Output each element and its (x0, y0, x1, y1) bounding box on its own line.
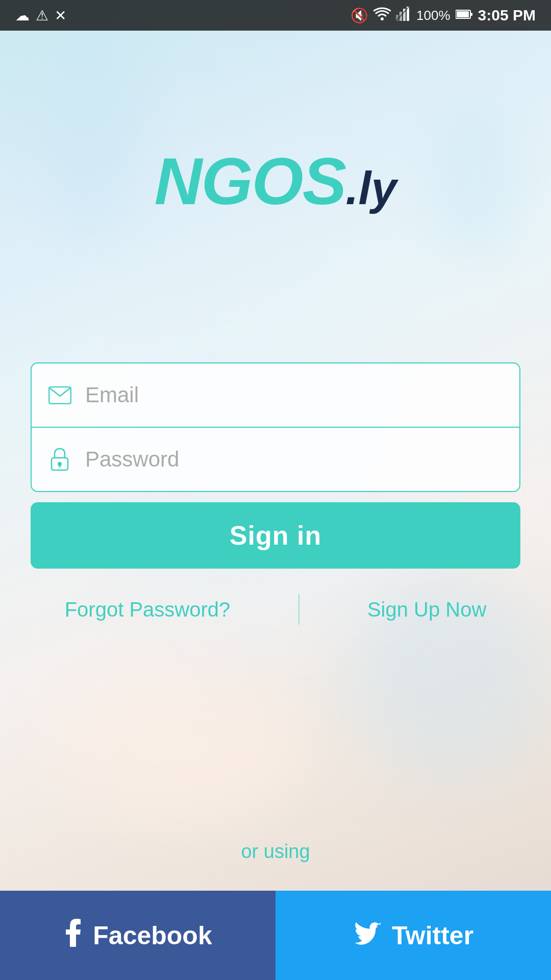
social-footer: Facebook Twitter (0, 891, 551, 980)
status-bar: ☁ ⚠ ✕ 🔇 (0, 0, 551, 31)
logo-container: NGOS .ly (155, 143, 397, 219)
or-using-label: or using (241, 841, 310, 863)
signin-button[interactable]: Sign in (31, 502, 520, 569)
main-content: NGOS .ly (0, 31, 551, 980)
logo-ngos: NGOS (155, 143, 346, 219)
close-notification-icon: ✕ (55, 7, 66, 24)
links-row: Forgot Password? Sign Up Now (31, 594, 520, 625)
svg-rect-8 (470, 13, 472, 16)
facebook-button[interactable]: Facebook (0, 891, 276, 980)
warning-icon: ⚠ (36, 7, 48, 24)
svg-point-0 (381, 17, 384, 20)
wifi-icon (373, 7, 391, 24)
signup-link[interactable]: Sign Up Now (367, 598, 486, 621)
facebook-icon (63, 918, 83, 953)
signal-icon (396, 7, 411, 24)
status-right-icons: 🔇 100% (350, 7, 536, 24)
email-input-wrapper (31, 362, 520, 427)
twitter-label: Twitter (392, 921, 473, 950)
password-input-wrapper (31, 427, 520, 492)
password-icon (47, 448, 72, 471)
facebook-label: Facebook (93, 921, 212, 950)
svg-rect-7 (457, 11, 469, 17)
logo-ly: .ly (345, 162, 396, 215)
email-field[interactable] (85, 363, 504, 427)
weather-icon: ☁ (15, 7, 30, 24)
status-left-icons: ☁ ⚠ ✕ (15, 7, 66, 24)
status-time: 3:05 PM (478, 7, 536, 24)
battery-level: 100% (416, 8, 450, 23)
login-form (31, 362, 520, 492)
mute-icon: 🔇 (350, 7, 368, 24)
twitter-icon (353, 920, 382, 951)
screen: ☁ ⚠ ✕ 🔇 (0, 0, 551, 980)
twitter-button[interactable]: Twitter (276, 891, 551, 980)
links-divider (298, 594, 299, 625)
svg-rect-12 (59, 464, 61, 468)
battery-icon (456, 7, 473, 23)
forgot-password-link[interactable]: Forgot Password? (65, 598, 231, 621)
password-field[interactable] (85, 428, 504, 491)
email-icon (47, 386, 72, 404)
